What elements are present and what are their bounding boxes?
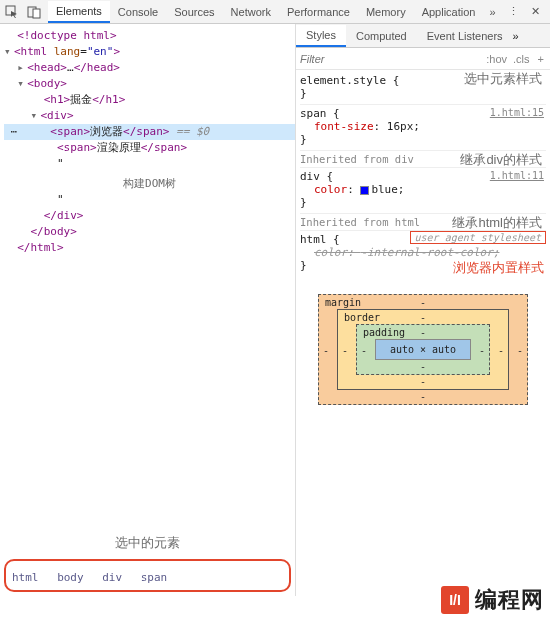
annotation-inherit-div: 继承div的样式 [460, 151, 542, 169]
more-tabs-icon[interactable]: » [483, 6, 501, 18]
new-rule-icon[interactable]: + [536, 53, 546, 65]
doctype: <!doctype html> [17, 29, 116, 42]
source-link[interactable]: 1.html:15 [490, 107, 544, 118]
device-icon[interactable] [26, 4, 42, 20]
color-swatch-icon[interactable] [360, 186, 369, 195]
dom-tree[interactable]: <!doctype html> ▾<html lang="en"> ▸<head… [0, 24, 295, 559]
logo-text: 编程网 [475, 585, 544, 615]
crumb-span[interactable]: span [141, 571, 168, 584]
selected-node[interactable]: ⋯ <span>浏览器</span> == $0 [4, 124, 295, 140]
crumb-body[interactable]: body [57, 571, 84, 584]
breadcrumb-highlight: html body div span [4, 559, 291, 592]
close-icon[interactable]: ✕ [525, 5, 546, 18]
crumb-div[interactable]: div [102, 571, 122, 584]
user-agent-stylesheet-label: user agent stylesheet [410, 231, 546, 244]
tab-sources[interactable]: Sources [166, 2, 222, 22]
tab-elements[interactable]: Elements [48, 1, 110, 23]
tab-performance[interactable]: Performance [279, 2, 358, 22]
breadcrumb[interactable]: html body div span [12, 571, 283, 584]
box-model-content: auto × auto [375, 339, 471, 360]
styles-pane: element.style { } 选中元素样式 1.html:15 span … [296, 70, 550, 407]
cls-toggle[interactable]: .cls [513, 53, 530, 65]
box-model[interactable]: margin - - - - border - - - - padding - … [318, 294, 528, 405]
annotation-selected-style: 选中元素样式 [464, 70, 542, 88]
subtab-computed[interactable]: Computed [346, 26, 417, 46]
tab-application[interactable]: Application [414, 2, 484, 22]
more-subtabs-icon[interactable]: » [513, 30, 519, 42]
subtab-eventlisteners[interactable]: Event Listeners [417, 26, 513, 46]
logo-icon: I/I [441, 586, 469, 614]
kebab-menu-icon[interactable]: ⋮ [502, 5, 525, 18]
tab-memory[interactable]: Memory [358, 2, 414, 22]
tab-console[interactable]: Console [110, 2, 166, 22]
svg-rect-2 [33, 9, 40, 18]
subtab-styles[interactable]: Styles [296, 25, 346, 47]
inspect-icon[interactable] [4, 4, 20, 20]
annotation-selected-element: 选中的元素 [0, 534, 295, 552]
annotation-inherit-html: 继承html的样式 [452, 214, 542, 232]
source-link[interactable]: 1.html:11 [490, 170, 544, 181]
crumb-html[interactable]: html [12, 571, 39, 584]
hov-toggle[interactable]: :hov [486, 53, 507, 65]
text-node: 构建DOM树 [4, 172, 295, 192]
filter-input[interactable] [300, 53, 480, 65]
annotation-builtin: 浏览器内置样式 [453, 259, 544, 277]
watermark: I/I 编程网 [441, 585, 544, 615]
tab-network[interactable]: Network [223, 2, 279, 22]
